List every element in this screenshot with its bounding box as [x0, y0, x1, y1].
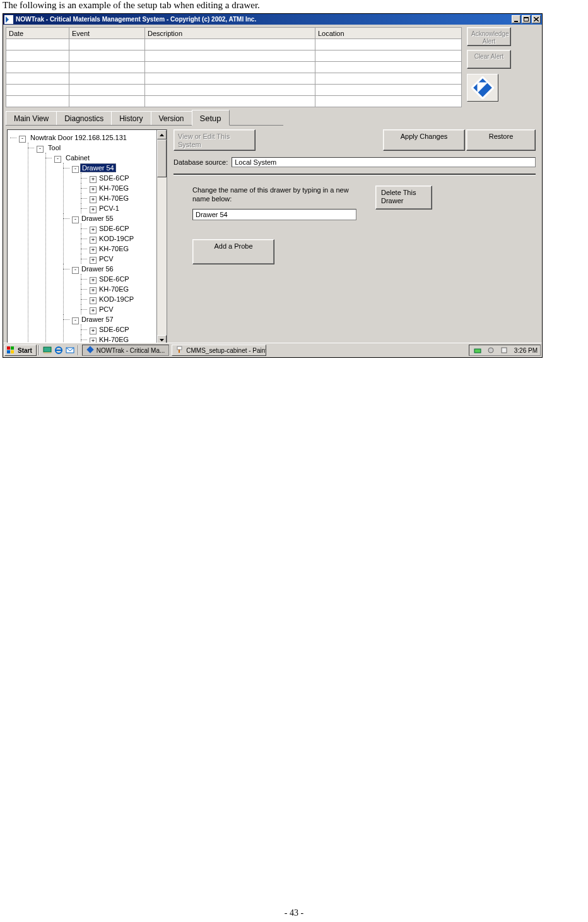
tree-probe[interactable]: SDE-6CP — [98, 275, 131, 283]
page-number: - 43 - — [0, 908, 588, 918]
tab-bar: Main View Diagnostics History Version Se… — [6, 111, 283, 126]
apply-changes-button[interactable]: Apply Changes — [383, 129, 465, 151]
alerts-col-description[interactable]: Description — [145, 28, 315, 39]
tab-setup[interactable]: Setup — [192, 110, 230, 126]
table-row[interactable] — [6, 73, 462, 85]
alerts-col-location[interactable]: Location — [315, 28, 462, 39]
table-row[interactable] — [6, 85, 462, 96]
taskbar-item-nowtrak[interactable]: NOWTrak - Critical Ma... — [82, 345, 170, 356]
tray-icon[interactable] — [486, 345, 496, 355]
figure-caption: The following is an example of the setup… — [0, 0, 588, 12]
table-row[interactable] — [6, 39, 462, 50]
expander-icon[interactable]: - — [54, 156, 61, 163]
expander-icon[interactable]: + — [90, 328, 97, 334]
tree-drawer[interactable]: Drawer 56 — [80, 265, 115, 273]
tree-drawer[interactable]: Drawer 55 — [80, 215, 115, 222]
tab-version[interactable]: Version — [151, 111, 192, 125]
restore-button[interactable]: Restore — [466, 129, 536, 151]
tab-history[interactable]: History — [111, 111, 151, 125]
tree-content[interactable]: - Nowtrak Door 192.168.125.131 - Tool - — [8, 130, 156, 345]
tray-icon[interactable] — [473, 345, 483, 355]
drawer-name-input[interactable] — [192, 209, 356, 220]
tree-tool[interactable]: Tool — [47, 144, 62, 151]
view-edit-system-button[interactable]: View or Edit This System — [173, 129, 256, 151]
expander-icon[interactable]: - — [37, 146, 44, 153]
window-title: NOWTrak - Critical Materials Management … — [16, 16, 256, 23]
tab-main-view[interactable]: Main View — [6, 111, 57, 125]
task-label: NOWTrak - Critical Ma... — [97, 347, 165, 354]
scroll-up-icon[interactable] — [157, 130, 167, 139]
quicklaunch-desktop-icon[interactable] — [42, 345, 52, 355]
windows-icon — [7, 346, 16, 354]
expander-icon[interactable]: + — [90, 297, 97, 304]
tree-probe[interactable]: SDE-6CP — [98, 174, 131, 182]
system-tray: 3:26 PM — [469, 345, 541, 356]
close-button[interactable] — [532, 15, 541, 23]
task-label: CMMS_setup-cabinet - Paint — [186, 347, 266, 354]
expander-icon[interactable]: + — [90, 307, 97, 314]
window-titlebar: NOWTrak - Critical Materials Management … — [3, 14, 542, 25]
separator — [173, 174, 536, 175]
minimize-button[interactable] — [512, 15, 520, 23]
expander-icon[interactable]: + — [90, 237, 97, 244]
expander-icon[interactable]: + — [90, 287, 97, 294]
taskbar-item-paint[interactable]: CMMS_setup-cabinet - Paint — [172, 345, 266, 356]
quicklaunch-ie-icon[interactable] — [54, 345, 64, 355]
start-button[interactable]: Start — [4, 345, 37, 356]
tab-diagnostics[interactable]: Diagnostics — [56, 111, 112, 125]
alerts-table: Date Event Description Location — [6, 27, 462, 107]
svg-rect-1 — [472, 77, 493, 98]
add-probe-button[interactable]: Add a Probe — [192, 239, 274, 264]
tree-root[interactable]: Nowtrak Door 192.168.125.131 — [29, 134, 128, 141]
tree-probe[interactable]: SDE-6CP — [98, 225, 131, 232]
expander-icon[interactable]: - — [72, 267, 79, 274]
tree-probe[interactable]: SDE-6CP — [98, 326, 131, 333]
tree-probe[interactable]: PCV-1 — [98, 204, 121, 212]
database-source-field[interactable] — [232, 157, 536, 167]
expander-icon[interactable]: + — [90, 186, 97, 193]
start-label: Start — [18, 347, 32, 354]
taskbar: Start NOWTrak - Critical Ma... — [3, 343, 542, 357]
expander-icon[interactable]: + — [90, 277, 97, 284]
expander-icon[interactable]: + — [90, 196, 97, 203]
svg-rect-3 — [44, 352, 51, 353]
clear-alert-button[interactable]: Clear Alert — [467, 50, 511, 69]
tray-icon[interactable] — [499, 345, 509, 355]
table-row[interactable] — [6, 50, 462, 62]
tree-probe[interactable]: PCV — [98, 305, 115, 313]
tree-scrollbar[interactable] — [156, 130, 167, 345]
tree-drawer[interactable]: Drawer 57 — [80, 316, 115, 323]
expander-icon[interactable]: + — [90, 206, 97, 213]
tree-probe[interactable]: KH-70EG — [98, 285, 130, 293]
expander-icon[interactable]: - — [19, 136, 26, 143]
tree-cabinet[interactable]: Cabinet — [64, 154, 91, 162]
expander-icon[interactable]: + — [90, 176, 97, 183]
table-row[interactable] — [6, 96, 462, 107]
expander-icon[interactable]: - — [72, 166, 79, 173]
scroll-thumb[interactable] — [157, 139, 167, 177]
expander-icon[interactable]: + — [90, 257, 97, 264]
svg-rect-0 — [472, 77, 493, 98]
svg-rect-6 — [86, 346, 93, 353]
tree-probe[interactable]: KH-70EG — [98, 184, 130, 192]
expander-icon[interactable]: - — [72, 317, 79, 324]
quicklaunch-outlook-icon[interactable] — [65, 345, 75, 355]
svg-rect-7 — [177, 346, 182, 350]
alerts-col-event[interactable]: Event — [69, 28, 145, 39]
maximize-button[interactable] — [522, 15, 531, 23]
expander-icon[interactable]: + — [90, 247, 97, 254]
alerts-col-date[interactable]: Date — [6, 28, 69, 39]
expander-icon[interactable]: - — [72, 216, 79, 223]
delete-drawer-button[interactable]: Delete This Drawer — [375, 186, 432, 210]
table-row[interactable] — [6, 62, 462, 73]
database-source-label: Database source: — [173, 158, 228, 166]
svg-point-10 — [488, 348, 493, 353]
tree-drawer[interactable]: Drawer 54 — [80, 163, 116, 172]
tree-probe[interactable]: KOD-19CP — [98, 235, 135, 242]
tree-probe[interactable]: PCV — [98, 255, 115, 263]
tree-probe[interactable]: KH-70EG — [98, 194, 130, 202]
tree-probe[interactable]: KOD-19CP — [98, 295, 135, 303]
acknowledge-alert-button[interactable]: Acknowledge Alert — [467, 27, 511, 46]
tree-probe[interactable]: KH-70EG — [98, 245, 130, 252]
expander-icon[interactable]: + — [90, 227, 97, 233]
